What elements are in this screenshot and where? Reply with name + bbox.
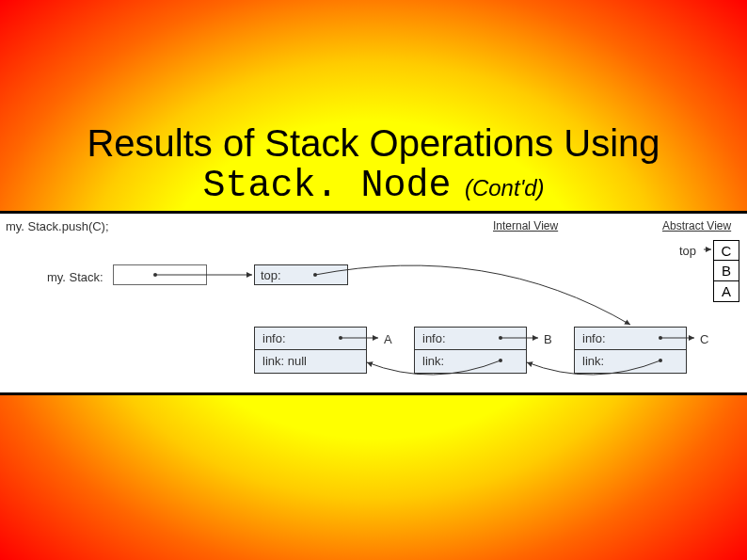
internal-view-label: Internal View [493,219,558,232]
mystack-ref-box [113,264,207,285]
title-contd: (Cont'd) [465,175,545,200]
abstract-view-label: Abstract View [662,219,731,232]
slide-title: Results of Stack Operations Using Stack.… [47,122,700,207]
node-c-info: info: [575,328,686,350]
abstract-cell-0: C [713,240,739,261]
node-a: info: link: null [254,327,367,374]
diagram-panel: my. Stack.push(C); my. Stack: top: info:… [0,211,747,395]
abstract-cell-1: B [713,261,739,281]
title-line-2-wrap: Stack. Node (Cont'd) [47,165,700,207]
push-call-label: my. Stack.push(C); [6,219,109,233]
node-b-info: info: [415,328,526,350]
title-code: Stack. Node [202,165,451,207]
node-a-info: info: [255,328,366,350]
node-b-value: B [544,332,552,346]
node-a-link: link: null [255,350,366,373]
node-c-value: C [700,332,708,346]
mystack-label: my. Stack: [47,270,103,284]
node-c-link: link: [575,350,686,373]
abstract-cell-2: A [713,281,739,302]
abstract-top-label: top [679,244,696,258]
node-a-value: A [384,332,392,346]
node-b: info: link: [414,327,527,374]
node-b-link: link: [415,350,526,373]
top-pointer-box: top: [254,264,348,285]
title-line-1: Results of Stack Operations Using [47,122,700,165]
top-pointer-label: top: [261,268,281,282]
abstract-stack: C B A [713,240,739,302]
node-c: info: link: [574,327,687,374]
